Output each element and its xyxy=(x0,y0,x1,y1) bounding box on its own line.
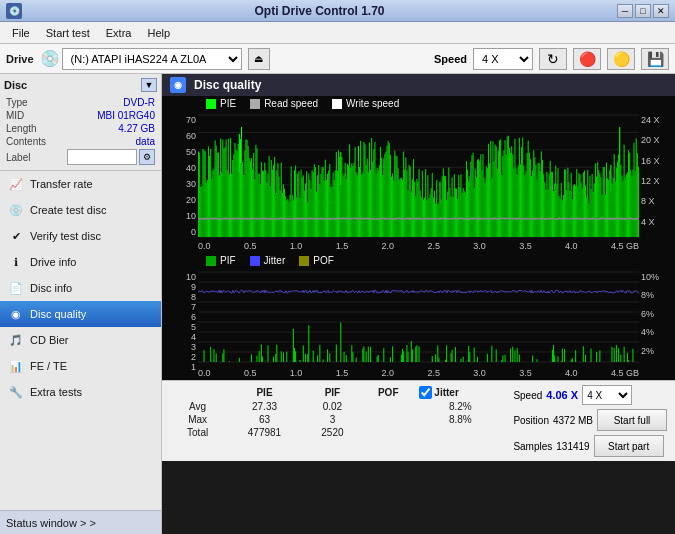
disc-info-icon: 📄 xyxy=(8,280,24,296)
bottom-chart-x-axis: 0.0 0.5 1.0 1.5 2.0 2.5 3.0 3.5 4.0 4.5 … xyxy=(162,368,675,380)
jitter-checkbox-cell: Jitter xyxy=(415,385,505,400)
disc-label-input[interactable] xyxy=(67,149,137,165)
col-header-empty xyxy=(170,385,225,400)
pie-legend-color xyxy=(206,99,216,109)
transfer-rate-icon: 📈 xyxy=(8,176,24,192)
samples-label: Samples xyxy=(513,441,552,452)
y-right-4x: 4 X xyxy=(641,217,673,227)
drive-eject-button[interactable]: ⏏ xyxy=(248,48,270,70)
disc-quality-icon: ◉ xyxy=(8,306,24,322)
sidebar-item-transfer-rate[interactable]: 📈 Transfer rate xyxy=(0,171,161,197)
refresh-button[interactable]: ↻ xyxy=(539,48,567,70)
max-pif: 3 xyxy=(304,413,361,426)
read-speed-legend-color xyxy=(250,99,260,109)
title-bar: 💿 Opti Drive Control 1.70 ─ □ ✕ xyxy=(0,0,675,22)
col-header-pif: PIF xyxy=(304,385,361,400)
disc-length-label: Length xyxy=(6,123,37,134)
extra-tests-icon: 🔧 xyxy=(8,384,24,400)
maximize-button[interactable]: □ xyxy=(635,4,651,18)
disc-quality-title: Disc quality xyxy=(194,78,261,92)
legend-write-speed: Write speed xyxy=(332,98,399,109)
main-layout: Disc ▼ Type DVD-R MID MBI 01RG40 Length … xyxy=(0,74,675,534)
disc-mid-label: MID xyxy=(6,110,24,121)
y-label-0: 0 xyxy=(164,227,196,237)
disc-type-label: Type xyxy=(6,97,28,108)
sidebar-item-disc-info[interactable]: 📄 Disc info xyxy=(0,275,161,301)
menu-start-test[interactable]: Start test xyxy=(38,25,98,41)
total-label: Total xyxy=(170,426,225,439)
sidebar-item-drive-info[interactable]: ℹ Drive info xyxy=(0,249,161,275)
disc-contents-label: Contents xyxy=(6,136,46,147)
legend-jitter: Jitter xyxy=(250,255,286,266)
bottom-chart-y-left: 10 9 8 7 6 5 4 3 2 1 xyxy=(162,268,198,368)
app-title: Opti Drive Control 1.70 xyxy=(22,4,617,18)
top-chart-canvas xyxy=(198,111,639,241)
menu-help[interactable]: Help xyxy=(139,25,178,41)
content-area: ◉ Disc quality PIE Read speed Write spee… xyxy=(162,74,675,534)
total-jitter xyxy=(415,426,505,439)
sidebar-item-drive-info-label: Drive info xyxy=(30,256,76,268)
bottom-chart-canvas xyxy=(198,268,639,368)
save-button[interactable]: 💾 xyxy=(641,48,669,70)
minimize-button[interactable]: ─ xyxy=(617,4,633,18)
speed-select[interactable]: 4 X xyxy=(473,48,533,70)
create-test-disc-icon: 💿 xyxy=(8,202,24,218)
stats-speed-select[interactable]: 4 X xyxy=(582,385,632,405)
y-label-30: 30 xyxy=(164,179,196,189)
disc-quality-header: ◉ Disc quality xyxy=(162,74,675,96)
start-full-button[interactable]: Start full xyxy=(597,409,667,431)
y-label-60: 60 xyxy=(164,131,196,141)
legend-pof: POF xyxy=(299,255,334,266)
sidebar-item-cd-bier-label: CD Bier xyxy=(30,334,69,346)
disc-label-button[interactable]: ⚙ xyxy=(139,149,155,165)
tool-button-2[interactable]: 🟡 xyxy=(607,48,635,70)
disc-quality-header-icon: ◉ xyxy=(170,77,186,93)
y-right-20x: 20 X xyxy=(641,135,673,145)
menu-extra[interactable]: Extra xyxy=(98,25,140,41)
top-chart-x-axis: 0.0 0.5 1.0 1.5 2.0 2.5 3.0 3.5 4.0 4.5 … xyxy=(162,241,675,253)
sidebar-item-verify-test-disc[interactable]: ✔ Verify test disc xyxy=(0,223,161,249)
total-pof xyxy=(361,426,415,439)
disc-expand-button[interactable]: ▼ xyxy=(141,78,157,92)
sidebar-item-fe-te[interactable]: 📊 FE / TE xyxy=(0,353,161,379)
jitter-checkbox[interactable] xyxy=(419,386,432,399)
disc-panel-title: Disc xyxy=(4,79,27,91)
stats-area: PIE PIF POF Jitter Avg 27.33 xyxy=(162,380,675,461)
fe-te-icon: 📊 xyxy=(8,358,24,374)
sidebar-item-create-test-disc[interactable]: 💿 Create test disc xyxy=(0,197,161,223)
y-label-10: 10 xyxy=(164,211,196,221)
drive-info-icon: ℹ xyxy=(8,254,24,270)
samples-value: 131419 xyxy=(556,441,589,452)
position-label: Position xyxy=(513,415,549,426)
samples-row: Samples 131419 Start part xyxy=(513,435,667,457)
y-right-8x: 8 X xyxy=(641,196,673,206)
menu-file[interactable]: File xyxy=(4,25,38,41)
pof-legend-label: POF xyxy=(313,255,334,266)
sidebar-item-create-label: Create test disc xyxy=(30,204,106,216)
sidebar-item-disc-quality[interactable]: ◉ Disc quality xyxy=(0,301,161,327)
tool-button-1[interactable]: 🔴 xyxy=(573,48,601,70)
y-label-20: 20 xyxy=(164,195,196,205)
speed-row: Speed 4.06 X 4 X xyxy=(513,385,667,405)
y-label-50: 50 xyxy=(164,147,196,157)
avg-pof xyxy=(361,400,415,413)
sidebar-item-disc-quality-label: Disc quality xyxy=(30,308,86,320)
cd-bier-icon: 🎵 xyxy=(8,332,24,348)
y-right-12x: 12 X xyxy=(641,176,673,186)
stats-avg-row: Avg 27.33 0.02 8.2% xyxy=(170,400,505,413)
bottom-chart-y-right: 10% 8% 6% 4% 2% xyxy=(639,268,675,368)
sidebar-item-extra-tests[interactable]: 🔧 Extra tests xyxy=(0,379,161,405)
drive-select[interactable]: (N:) ATAPI iHAS224 A ZL0A xyxy=(62,48,242,70)
drive-bar: Drive 💿 (N:) ATAPI iHAS224 A ZL0A ⏏ Spee… xyxy=(0,44,675,74)
start-part-button[interactable]: Start part xyxy=(594,435,664,457)
stats-left: PIE PIF POF Jitter Avg 27.33 xyxy=(170,385,505,457)
pie-legend-label: PIE xyxy=(220,98,236,109)
jitter-header-label: Jitter xyxy=(434,387,458,398)
avg-pie: 27.33 xyxy=(225,400,304,413)
sidebar-item-cd-bier[interactable]: 🎵 CD Bier xyxy=(0,327,161,353)
avg-label: Avg xyxy=(170,400,225,413)
close-button[interactable]: ✕ xyxy=(653,4,669,18)
status-window-button[interactable]: Status window > > xyxy=(0,510,161,534)
stats-total-row: Total 477981 2520 xyxy=(170,426,505,439)
nav-items: 📈 Transfer rate 💿 Create test disc ✔ Ver… xyxy=(0,171,161,510)
